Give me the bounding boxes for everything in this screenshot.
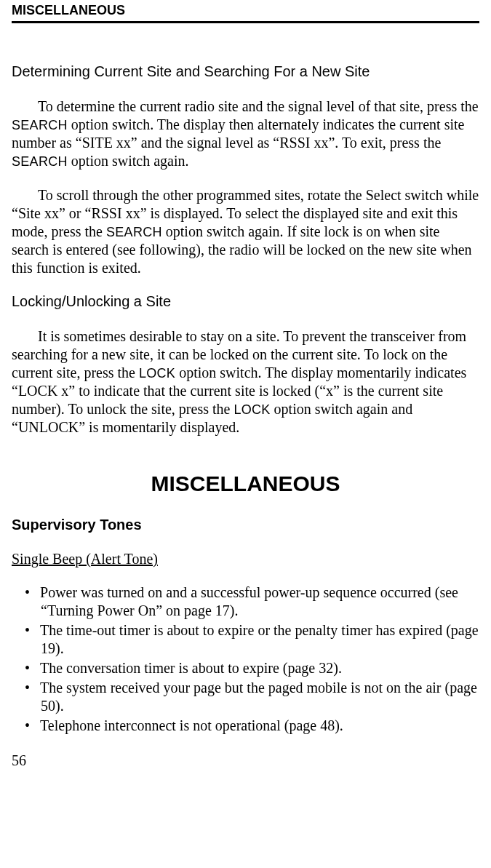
text-run: To determine the current radio site and …	[38, 98, 479, 114]
paragraph-determine-1: To determine the current radio site and …	[12, 97, 479, 170]
list-item: The conversation timer is about to expir…	[25, 659, 479, 677]
heading-supervisory-tones: Supervisory Tones	[12, 517, 479, 533]
heading-locking-site: Locking/Unlocking a Site	[12, 293, 479, 310]
option-switch-label: SEARCH	[12, 154, 68, 169]
heading-single-beep: Single Beep (Alert Tone)	[12, 551, 158, 568]
option-switch-label: SEARCH	[12, 118, 68, 132]
page-container: MISCELLANEOUS Determining Current Site a…	[0, 0, 491, 776]
section-title-miscellaneous: MISCELLANEOUS	[12, 471, 479, 496]
paragraph-determine-2: To scroll through the other programmed s…	[12, 186, 479, 277]
header-rule	[12, 21, 479, 23]
paragraph-lock: It is sometimes desirable to stay on a s…	[12, 327, 479, 437]
list-item: The time-out timer is about to expire or…	[25, 621, 479, 658]
option-switch-label: LOCK	[233, 402, 270, 417]
text-run: option switch again.	[68, 153, 189, 169]
option-switch-label: LOCK	[139, 366, 175, 381]
bullet-list-single-beep: Power was turned on and a successful pow…	[12, 584, 479, 735]
page-number: 56	[12, 752, 479, 769]
running-head: MISCELLANEOUS	[12, 0, 479, 20]
text-run: option switch. The display then alternat…	[12, 116, 464, 151]
option-switch-label: SEARCH	[106, 225, 162, 239]
list-item: Power was turned on and a successful pow…	[25, 584, 479, 620]
list-item: Telephone interconnect is not operationa…	[25, 717, 479, 735]
list-item: The system received your page but the pa…	[25, 679, 479, 715]
heading-determining-site: Determining Current Site and Searching F…	[12, 63, 479, 80]
